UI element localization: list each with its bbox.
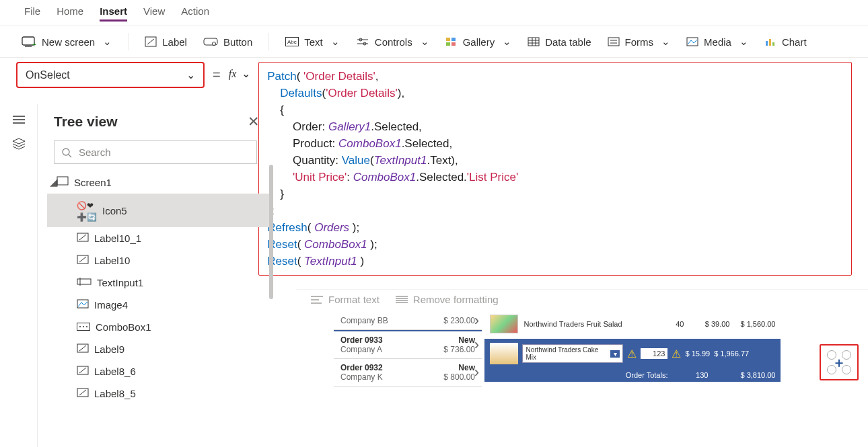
tree-node-combobox1[interactable]: ComboBox1: [47, 316, 273, 338]
ribbon-toolbar: + New screen ⌄ Label Button Abc Text⌄ Co…: [0, 26, 868, 58]
plus-icon: ＋: [832, 354, 846, 372]
left-rail: [0, 104, 38, 447]
tree-node-icon5[interactable]: 🚫❤➕🔄Icon5: [47, 194, 273, 227]
canvas-preview[interactable]: Company BB$ 230.00 › Order 0933New Compa…: [334, 312, 868, 387]
table-icon: [528, 37, 540, 46]
svg-rect-22: [608, 38, 619, 46]
media-icon: [686, 37, 698, 46]
svg-line-37: [79, 235, 86, 240]
tree-node-image4[interactable]: Image4: [47, 294, 273, 316]
order-row[interactable]: Company BB$ 230.00 ›: [334, 312, 482, 330]
menu-item-file[interactable]: File: [24, 5, 40, 22]
new-screen-button[interactable]: + New screen ⌄: [16, 33, 117, 50]
svg-rect-27: [769, 39, 771, 46]
label-icon: [77, 233, 89, 244]
menu-item-insert[interactable]: Insert: [100, 5, 127, 22]
svg-marker-32: [13, 138, 25, 144]
svg-line-39: [79, 257, 86, 262]
selection-handles: ＋: [826, 349, 853, 376]
chevron-right-icon: ›: [474, 364, 479, 381]
equals-sign: =: [213, 62, 221, 83]
order-row[interactable]: Order 0933New Company A$ 736.00 ›: [334, 330, 482, 359]
selected-line-item[interactable]: Northwind Traders Cake Mix ▾ ⚠ 123 ⚠ $ 1…: [484, 339, 781, 368]
chart-dropdown[interactable]: Chart: [759, 34, 812, 50]
tree-view-panel: Tree view ✕ Search ◢Screen1🚫❤➕🔄Icon5Labe…: [38, 104, 273, 405]
data-table-button[interactable]: Data table: [522, 34, 596, 50]
tree-node-screen1[interactable]: ◢Screen1: [47, 171, 273, 194]
product-combobox[interactable]: Northwind Traders Cake Mix ▾: [522, 344, 623, 363]
product-thumb: [490, 315, 518, 333]
gallery-icon: [445, 37, 458, 46]
formula-input[interactable]: Patch( 'Order Details', Defaults('Order …: [258, 62, 852, 276]
media-dropdown[interactable]: Media⌄: [681, 33, 754, 50]
svg-rect-17: [528, 38, 539, 46]
screen-plus-icon: +: [22, 36, 36, 47]
label-icon: [145, 36, 157, 47]
search-input[interactable]: Search: [54, 140, 257, 164]
chevron-down-icon: ⌄: [503, 36, 511, 48]
chevron-right-icon: ›: [474, 312, 479, 329]
justify-icon: [396, 296, 408, 304]
tree-view-title: Tree view: [54, 114, 118, 130]
top-menu: FileHomeInsertViewAction: [0, 0, 868, 26]
tree-node-label9[interactable]: Label9: [47, 338, 273, 360]
warning-icon: ⚠: [672, 348, 681, 360]
label-icon: [77, 366, 89, 377]
add-item-icon-selected[interactable]: ＋: [820, 344, 859, 380]
label-icon: [77, 343, 89, 355]
svg-line-34: [69, 155, 71, 157]
tree-node-label10_1[interactable]: Label10_1: [47, 227, 273, 249]
svg-line-52: [79, 390, 86, 395]
svg-rect-13: [446, 38, 450, 41]
controls-dropdown[interactable]: Controls⌄: [351, 33, 435, 50]
svg-text:+: +: [32, 41, 36, 47]
svg-rect-26: [766, 41, 768, 46]
svg-rect-16: [451, 42, 456, 46]
image-icon: [77, 299, 89, 311]
scrollbar-thumb[interactable]: [269, 165, 273, 299]
totals-row: Order Totals: 130 $ 3,810.00: [484, 368, 781, 382]
line-item[interactable]: Northwind Traders Fruit Salad 40 $ 39.00…: [484, 312, 781, 336]
tree-node-textinput1[interactable]: TextInput1: [47, 272, 273, 294]
gallery-dropdown[interactable]: Gallery⌄: [440, 33, 517, 50]
menu-item-home[interactable]: Home: [57, 5, 83, 22]
button-icon: [203, 36, 218, 47]
quantity-input[interactable]: 123: [641, 348, 667, 359]
orders-gallery[interactable]: Company BB$ 230.00 › Order 0933New Compa…: [334, 312, 482, 387]
menu-item-action[interactable]: Action: [181, 5, 209, 22]
sliders-icon: [356, 37, 369, 46]
tree-node-label10[interactable]: Label10: [47, 249, 273, 272]
property-dropdown[interactable]: OnSelect ⌄: [16, 62, 205, 88]
svg-point-46: [86, 326, 87, 327]
chevron-down-icon: ⌄: [661, 36, 670, 48]
order-row[interactable]: Order 0932New Company K$ 800.00 ›: [334, 359, 482, 387]
align-left-icon: [311, 296, 323, 304]
label-button[interactable]: Label: [139, 34, 192, 50]
svg-rect-40: [77, 279, 91, 284]
svg-line-50: [79, 368, 86, 373]
layers-icon[interactable]: [12, 138, 26, 153]
svg-rect-14: [451, 38, 456, 41]
combo-icon: [77, 321, 90, 333]
format-text-button[interactable]: Format text: [311, 294, 379, 305]
forms-dropdown[interactable]: Forms⌄: [602, 33, 676, 50]
close-icon[interactable]: ✕: [248, 114, 260, 130]
tree-node-label8_6[interactable]: Label8_6: [47, 360, 273, 382]
search-icon: [61, 147, 72, 158]
textinput-icon: [77, 277, 92, 288]
forms-icon: [608, 37, 620, 46]
warning-icon: ⚠: [627, 348, 637, 360]
fx-button[interactable]: fx⌄: [229, 62, 251, 80]
svg-text:Abc: Abc: [287, 39, 297, 45]
chevron-right-icon: ›: [474, 336, 479, 354]
remove-formatting-button[interactable]: Remove formatting: [396, 294, 499, 305]
label-icon: [77, 255, 89, 266]
order-details: Northwind Traders Fruit Salad 40 $ 39.00…: [484, 312, 781, 382]
menu-item-view[interactable]: View: [143, 5, 165, 22]
chevron-down-icon: ⌄: [103, 36, 112, 48]
screen-icon: ◢: [50, 176, 69, 188]
hamburger-icon[interactable]: [13, 115, 25, 127]
text-dropdown[interactable]: Abc Text⌄: [280, 33, 345, 50]
button-button[interactable]: Button: [198, 34, 258, 50]
tree-node-label8_5[interactable]: Label8_5: [47, 382, 273, 405]
